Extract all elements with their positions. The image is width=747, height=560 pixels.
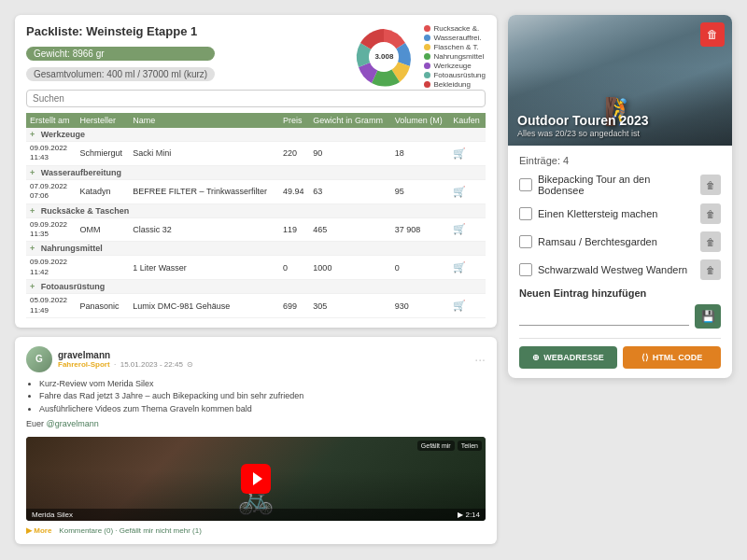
list-item: Ramsau / Berchtesgarden 🗑 <box>519 231 721 252</box>
table-row: 07.09.202207:06 Katadyn BEFREE FILTER – … <box>26 179 486 203</box>
volume-badge: Gesamtvolumen: 400 ml / 37000 ml (kurz) <box>26 67 215 81</box>
table-row: 09.09.202211:35 OMM Classic 32 119 465 3… <box>26 217 486 242</box>
social-footer: ▶ More Kommentare (0) · Gefällt mir nich… <box>26 526 486 535</box>
code-icon: ⟨⟩ <box>641 353 649 362</box>
video-action-icons: Gefällt mir Teilen <box>417 441 482 451</box>
social-tag: Fahrerol-Sport <box>58 360 110 369</box>
pie-center-label: 3.008 <box>374 52 393 62</box>
social-user-info: gravelmann Fahrerol-Sport · 15.01.2023 -… <box>58 350 469 369</box>
social-username: gravelmann <box>58 350 469 360</box>
tour-title: Outdoor Touren 2023 <box>517 113 649 129</box>
webaddress-label: WEBADRESSE <box>543 353 604 362</box>
tour-title-overlay: Outdoor Touren 2023 Alles was 20/23 so a… <box>517 113 649 138</box>
entries-count: Einträge: 4 <box>519 155 721 166</box>
cart-icon[interactable]: 🛒 <box>453 223 466 234</box>
social-header: G gravelmann Fahrerol-Sport · 15.01.2023… <box>26 346 486 372</box>
entry-delete-button-4[interactable]: 🗑 <box>700 259 721 280</box>
entry-label-1: Bikepacking Tour an den Bodensee <box>538 174 695 196</box>
search-input[interactable] <box>26 90 486 107</box>
entry-delete-button-2[interactable]: 🗑 <box>700 203 721 224</box>
add-entry-input[interactable] <box>519 308 689 326</box>
pie-legend: Rucksacke &. Wasserauffrei. Flaschen & T… <box>424 24 486 90</box>
add-entry-row: 💾 <box>519 304 721 329</box>
social-date: 15.01.2023 - 22:45 <box>120 360 183 369</box>
like-btn[interactable]: Gefällt mir <box>417 441 455 451</box>
entry-label-4: Schwarzwald Westweg Wandern <box>538 264 695 275</box>
htmlcode-button[interactable]: ⟨⟩ HTML CODE <box>623 346 721 369</box>
category-row-nahrung: + Nahrungsmittel <box>26 242 486 256</box>
save-entry-button[interactable]: 💾 <box>695 304 721 329</box>
link-icon: ⊕ <box>532 353 540 362</box>
social-comments-link[interactable]: Kommentare (0) · Gefällt mir nicht mehr … <box>59 526 201 535</box>
th-volume: Volumen (M) <box>391 113 450 128</box>
right-content: Einträge: 4 Bikepacking Tour an den Bode… <box>508 146 732 378</box>
entry-delete-button-3[interactable]: 🗑 <box>700 231 721 252</box>
social-content: Kurz-Review vom Merida Silex Fahre das R… <box>26 378 486 431</box>
category-row-wasser: + Wasseraufbereitung <box>26 165 486 179</box>
avatar: G <box>26 346 52 372</box>
entry-delete-button-1[interactable]: 🗑 <box>700 175 721 195</box>
video-title-bar: Merida Silex ▶ 2:14 <box>26 509 486 521</box>
entry-checkbox-3[interactable] <box>519 235 532 248</box>
table-row: 09.09.202211:43 Schmiergut Sacki Mini 22… <box>26 142 486 166</box>
th-kaufen: Kaufen <box>449 113 486 128</box>
tour-subtitle: Alles was 20/23 so angedacht ist <box>517 129 649 138</box>
table-row: 09.09.202211:42 1 Liter Wasser 0 1000 0 … <box>26 256 486 280</box>
list-item: Bikepacking Tour an den Bodensee 🗑 <box>519 174 721 196</box>
category-row-foto: + Fotoausrüstung <box>26 280 486 294</box>
video-title: Merida Silex <box>32 511 73 519</box>
category-row-rucksacke: + Rucksäcke & Taschen <box>26 203 486 217</box>
add-section-title: Neuen Eintrag hinzufügen <box>519 287 721 299</box>
left-panel: Packliste: Weinsteig Etappe 1 Gewicht: 8… <box>15 15 497 544</box>
cart-icon[interactable]: 🛒 <box>453 147 466 159</box>
tour-delete-button[interactable]: 🗑 <box>700 22 725 47</box>
th-preis: Preis <box>279 113 309 128</box>
social-dots[interactable]: ··· <box>474 352 486 367</box>
pack-table: Erstellt am Hersteller Name Preis Gewich… <box>26 113 486 318</box>
share-buttons-row: ⊕ WEBADRESSE ⟨⟩ HTML CODE <box>519 346 721 369</box>
th-date: Erstellt am <box>26 113 77 128</box>
cart-icon[interactable]: 🛒 <box>453 300 466 311</box>
entry-checkbox-2[interactable] <box>519 207 532 220</box>
right-panel: 🧗 🗑 Outdoor Touren 2023 Alles was 20/23 … <box>508 15 732 378</box>
packliste-card: Packliste: Weinsteig Etappe 1 Gewicht: 8… <box>15 15 497 328</box>
htmlcode-label: HTML CODE <box>653 353 702 362</box>
save-icon: 💾 <box>701 310 715 323</box>
social-more-tag[interactable]: ▶ More <box>26 526 51 535</box>
th-name: Name <box>129 113 279 128</box>
webaddress-button[interactable]: ⊕ WEBADRESSE <box>519 346 617 369</box>
social-meta: Fahrerol-Sport · 15.01.2023 - 22:45 ⊙ <box>58 360 469 369</box>
video-thumbnail[interactable]: 🚲 Gefällt mir Teilen Merida Silex ▶ 2:14 <box>26 437 486 521</box>
entry-label-2: Einen Klettersteig machen <box>538 208 695 219</box>
entry-checkbox-1[interactable] <box>519 178 532 191</box>
entry-checkbox-4[interactable] <box>519 263 532 276</box>
share-btn[interactable]: Teilen <box>458 441 482 451</box>
weight-badge: Gewicht: 8966 gr <box>26 47 215 61</box>
tour-image: 🧗 🗑 Outdoor Touren 2023 Alles was 20/23 … <box>508 15 732 146</box>
video-play-button[interactable] <box>241 464 271 494</box>
pie-chart-wrapper: 3.008 Rucksacke &. Wasserauffrei. Flasch… <box>351 24 486 90</box>
table-row: 05.09.202211:49 Panasonic Lumix DMC-981 … <box>26 294 486 318</box>
th-weight: Gewicht in Gramm <box>309 113 390 128</box>
list-item: Einen Klettersteig machen 🗑 <box>519 203 721 224</box>
cart-icon[interactable]: 🛒 <box>453 186 466 197</box>
divider <box>519 338 721 339</box>
cart-icon[interactable]: 🛒 <box>453 261 466 273</box>
pie-chart: 3.008 <box>351 24 416 90</box>
entry-label-3: Ramsau / Berchtesgarden <box>538 236 695 247</box>
packliste-title: Packliste: Weinsteig Etappe 1 <box>26 24 215 38</box>
social-card: G gravelmann Fahrerol-Sport · 15.01.2023… <box>15 337 497 544</box>
th-hersteller: Hersteller <box>77 113 130 128</box>
category-row-werkzeuge: + Werkzeuge <box>26 128 486 142</box>
list-item: Schwarzwald Westweg Wandern 🗑 <box>519 259 721 280</box>
